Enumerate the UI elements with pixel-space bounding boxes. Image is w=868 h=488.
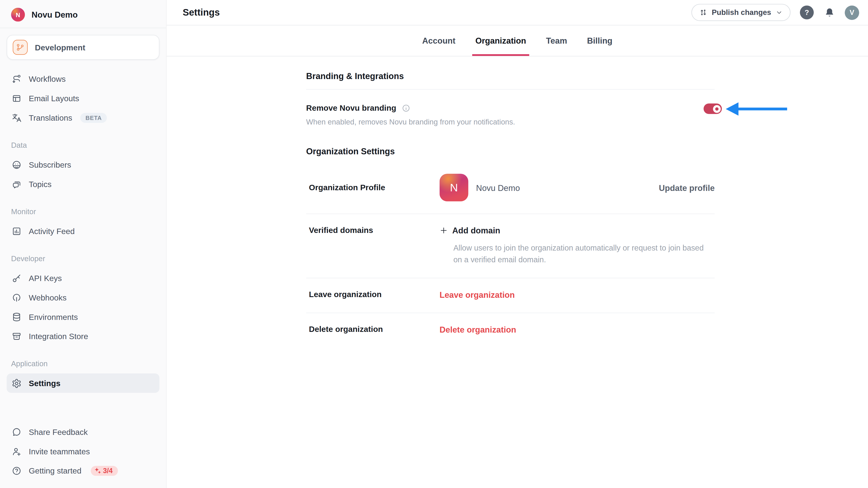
tab-account[interactable]: Account	[422, 26, 456, 56]
verified-domains-label: Verified domains	[306, 226, 439, 265]
integration-store-icon	[11, 331, 22, 341]
user-avatar[interactable]: V	[845, 5, 859, 20]
sidebar-item-label: Email Layouts	[29, 94, 79, 103]
sidebar-item-environments[interactable]: Environments	[0, 307, 166, 326]
sidebar-item-label: Integration Store	[29, 332, 88, 340]
toggle-knob	[713, 105, 720, 112]
sidebar-item-translations[interactable]: Translations BETA	[0, 108, 166, 127]
sidebar-item-api-keys[interactable]: API Keys	[0, 268, 166, 288]
sidebar-item-label: API Keys	[29, 273, 62, 283]
invite-teammates-item[interactable]: Invite teammates	[0, 442, 166, 461]
publish-changes-button[interactable]: Publish changes	[691, 4, 790, 21]
subscribers-icon	[11, 160, 22, 170]
verified-domains-row: Verified domains Add domain Allow users …	[306, 214, 715, 278]
sidebar-item-webhooks[interactable]: Webhooks	[0, 288, 166, 307]
activity-feed-icon	[11, 226, 22, 236]
sparkles-icon	[94, 467, 101, 474]
tab-organization[interactable]: Organization	[475, 26, 526, 56]
sidebar-item-label: Getting started	[29, 466, 81, 475]
environment-label: Development	[35, 43, 85, 52]
sidebar-item-label: Subscribers	[29, 160, 71, 169]
organization-profile-label: Organization Profile	[306, 183, 439, 192]
sidebar-section-monitor: Monitor	[0, 202, 166, 221]
sidebar-item-label: Workflows	[29, 74, 66, 83]
sidebar-divider	[0, 28, 166, 28]
translate-icon	[11, 112, 22, 123]
key-icon	[11, 273, 22, 283]
sidebar-item-email-layouts[interactable]: Email Layouts	[0, 89, 166, 108]
remove-branding-row: Remove Novu branding When enabled, remov…	[306, 103, 715, 126]
info-icon	[402, 104, 410, 112]
remove-branding-label: Remove Novu branding	[306, 103, 396, 112]
sidebar-item-label: Activity Feed	[29, 227, 74, 235]
gear-icon	[11, 378, 22, 388]
topics-icon	[11, 179, 22, 189]
sidebar-section-developer: Developer	[0, 249, 166, 268]
sidebar-item-activity-feed[interactable]: Activity Feed	[0, 221, 166, 241]
tab-content: Branding & Integrations Remove Novu bran…	[166, 57, 868, 346]
tab-team[interactable]: Team	[546, 26, 567, 56]
header-actions: Publish changes ? V	[691, 4, 859, 21]
org-logo: N	[11, 8, 25, 22]
organization-profile-name: Novu Demo	[476, 183, 520, 192]
org-switcher[interactable]: N Novu Demo	[0, 6, 166, 22]
sidebar-nav: Workflows Email Layouts Translations BET…	[0, 69, 166, 393]
top-header: Settings Publish changes ? V	[166, 0, 868, 25]
sidebar-footer: Share Feedback Invite teammates Getting …	[0, 422, 166, 488]
sidebar-item-label: Settings	[29, 379, 60, 387]
organization-profile-avatar: N	[439, 174, 468, 201]
app: N Novu Demo Development Workflows Email …	[0, 0, 868, 488]
delete-organization-button[interactable]: Delete organization	[439, 325, 516, 334]
remove-branding-description: When enabled, removes Novu branding from…	[306, 118, 715, 126]
annotation-arrow-icon	[725, 102, 787, 116]
sidebar-item-settings[interactable]: Settings	[6, 373, 159, 393]
getting-started-progress-badge: 3/4	[91, 466, 118, 476]
environment-selector[interactable]: Development	[6, 35, 159, 60]
delete-organization-label: Delete organization	[306, 325, 439, 334]
delete-organization-row: Delete organization Delete organization	[306, 313, 715, 346]
leave-organization-row: Leave organization Leave organization	[306, 278, 715, 313]
chevron-down-icon	[776, 9, 783, 16]
beta-badge: BETA	[81, 112, 107, 123]
org-name: Novu Demo	[32, 10, 78, 20]
git-compare-icon	[699, 8, 707, 17]
sidebar-item-label: Share Feedback	[29, 427, 88, 436]
git-branch-icon	[13, 40, 28, 55]
webhooks-icon	[11, 292, 22, 302]
add-domain-button[interactable]: Add domain	[439, 226, 715, 235]
main-area: Settings Publish changes ? V Account Org…	[166, 0, 868, 488]
workflows-icon	[11, 74, 22, 84]
notifications-bell-button[interactable]	[823, 6, 835, 19]
sidebar-item-workflows[interactable]: Workflows	[0, 69, 166, 89]
remove-branding-toggle[interactable]	[704, 103, 722, 114]
sidebar-item-label: Invite teammates	[29, 447, 90, 456]
plus-icon	[439, 226, 448, 235]
sidebar-item-integration-store[interactable]: Integration Store	[0, 326, 166, 346]
share-feedback-item[interactable]: Share Feedback	[0, 422, 166, 442]
sidebar-item-subscribers[interactable]: Subscribers	[0, 155, 166, 174]
feedback-bubble-icon	[11, 427, 22, 437]
organization-profile-row: Organization Profile N Novu Demo Update …	[306, 174, 715, 214]
user-plus-icon	[11, 446, 22, 456]
database-icon	[11, 312, 22, 322]
bell-icon	[824, 7, 835, 18]
leave-organization-label: Leave organization	[306, 290, 439, 299]
layout-icon	[11, 93, 22, 103]
getting-started-item[interactable]: Getting started 3/4	[0, 461, 166, 480]
leave-organization-button[interactable]: Leave organization	[439, 290, 515, 299]
sidebar-item-label: Topics	[29, 180, 52, 188]
help-circle-icon	[11, 466, 22, 476]
branding-section-heading: Branding & Integrations	[306, 71, 715, 81]
sidebar-item-topics[interactable]: Topics	[0, 174, 166, 194]
sidebar: N Novu Demo Development Workflows Email …	[0, 0, 166, 488]
add-domain-description: Allow users to join the organization aut…	[454, 242, 707, 266]
publish-changes-label: Publish changes	[712, 8, 771, 17]
tab-billing[interactable]: Billing	[587, 26, 612, 56]
section-divider	[306, 89, 715, 90]
sidebar-item-label: Environments	[29, 312, 78, 321]
help-button[interactable]: ?	[800, 5, 814, 19]
update-profile-button[interactable]: Update profile	[659, 183, 715, 192]
sidebar-section-application: Application	[0, 354, 166, 373]
org-settings-heading: Organization Settings	[306, 147, 715, 157]
add-domain-label: Add domain	[452, 226, 500, 235]
